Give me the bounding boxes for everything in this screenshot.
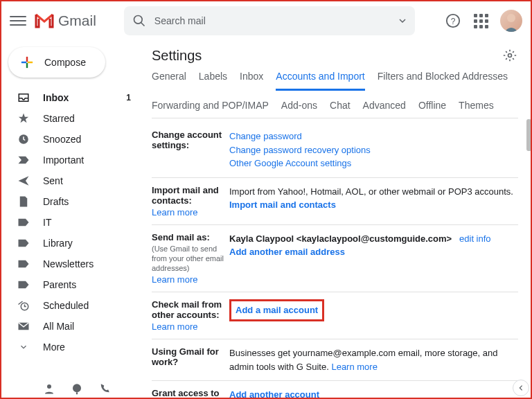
label-icon — [17, 257, 30, 271]
sidebar-item-snoozed[interactable]: Snoozed — [1, 129, 143, 150]
tab-addons[interactable]: Add-ons — [281, 100, 317, 118]
link-learn-more[interactable]: Learn more — [152, 207, 229, 218]
chevron-down-icon — [17, 340, 30, 354]
gear-icon[interactable] — [502, 47, 518, 64]
person-icon[interactable] — [43, 382, 55, 395]
clock-icon — [17, 132, 30, 146]
hangouts-icon[interactable] — [71, 382, 83, 395]
link-learn-more[interactable]: Learn more — [331, 362, 377, 372]
main-content: Settings General Labels Inbox Accounts a… — [143, 40, 531, 398]
tab-inbox[interactable]: Inbox — [240, 71, 263, 90]
sidebar-item-allmail[interactable]: All Mail — [1, 316, 143, 337]
scheduled-icon — [17, 299, 30, 312]
star-icon — [17, 112, 30, 125]
section-check-mail: Check mail from other accounts: Learn mo… — [152, 292, 518, 339]
link-edit-info[interactable]: edit info — [459, 233, 491, 244]
tab-filters[interactable]: Filters and Blocked Addresses — [378, 71, 508, 90]
tab-labels[interactable]: Labels — [199, 71, 227, 90]
sent-icon — [17, 174, 30, 188]
svg-point-4 — [507, 14, 515, 22]
highlight-add-mail-account: Add a mail account — [229, 299, 324, 321]
link-change-recovery[interactable]: Change password recovery options — [229, 143, 518, 157]
sidebar-item-sent[interactable]: Sent — [1, 170, 143, 191]
settings-tabs: General Labels Inbox Accounts and Import… — [152, 71, 518, 118]
link-learn-more[interactable]: Learn more — [152, 321, 229, 332]
chevron-down-icon[interactable] — [398, 17, 407, 25]
sidebar-item-more[interactable]: More — [1, 337, 143, 357]
svg-point-13 — [47, 384, 51, 389]
label-icon — [17, 236, 30, 250]
sidebar-item-it[interactable]: IT — [1, 212, 143, 233]
tab-forwarding[interactable]: Forwarding and POP/IMAP — [152, 100, 269, 118]
link-add-another-account[interactable]: Add another account — [229, 389, 319, 398]
svg-point-0 — [134, 16, 142, 24]
scrollbar-thumb[interactable] — [526, 119, 531, 151]
link-add-another-email[interactable]: Add another email address — [229, 245, 518, 259]
important-icon — [17, 153, 30, 167]
plus-icon — [18, 53, 36, 71]
svg-text:?: ? — [451, 17, 456, 26]
envelope-icon — [35, 13, 54, 28]
logo-text: Gmail — [58, 12, 96, 29]
section-gmail-work: Using Gmail for work? Businesses get you… — [152, 339, 518, 381]
compose-button[interactable]: Compose — [8, 47, 105, 78]
label-icon — [17, 215, 30, 229]
sidebar-item-newsletters[interactable]: Newsletters — [1, 254, 143, 274]
tab-accounts-import[interactable]: Accounts and Import — [276, 71, 364, 91]
page-title: Settings — [152, 48, 202, 64]
side-panel-toggle[interactable] — [513, 380, 529, 396]
sidebar: Compose Inbox 1 Starred Snoozed Importan… — [1, 40, 143, 398]
sidebar-item-library[interactable]: Library — [1, 233, 143, 254]
link-import-mail-contacts[interactable]: Import mail and contacts — [229, 198, 518, 212]
sidebar-item-important[interactable]: Important — [1, 150, 143, 170]
search-bar[interactable]: Search mail — [124, 6, 415, 35]
svg-point-12 — [508, 54, 512, 57]
sidebar-item-starred[interactable]: Starred — [1, 108, 143, 129]
apps-icon[interactable] — [472, 12, 489, 29]
gmail-logo[interactable]: Gmail — [35, 12, 96, 29]
tab-chat[interactable]: Chat — [330, 100, 351, 118]
sidebar-item-scheduled[interactable]: Scheduled — [1, 295, 143, 316]
tab-general[interactable]: General — [152, 71, 186, 90]
section-change-account: Change account settings: Change password… — [152, 123, 518, 178]
link-add-mail-account[interactable]: Add a mail account — [236, 305, 318, 315]
link-other-settings[interactable]: Other Google Account settings — [229, 157, 518, 170]
svg-point-14 — [73, 384, 81, 392]
inbox-icon — [17, 91, 30, 105]
tab-themes[interactable]: Themes — [459, 100, 494, 118]
link-learn-more[interactable]: Learn more — [152, 274, 229, 285]
sidebar-item-inbox[interactable]: Inbox 1 — [1, 87, 143, 108]
search-icon — [132, 14, 146, 28]
account-avatar[interactable] — [500, 10, 522, 32]
section-grant-access: Grant access to your account: Add anothe… — [152, 381, 518, 398]
compose-label: Compose — [44, 57, 86, 68]
link-change-password[interactable]: Change password — [229, 130, 518, 143]
tab-advanced[interactable]: Advanced — [363, 100, 406, 118]
tab-offline[interactable]: Offline — [418, 100, 446, 118]
search-placeholder: Search mail — [154, 15, 390, 26]
svg-line-1 — [141, 23, 144, 26]
sidebar-item-drafts[interactable]: Drafts — [1, 191, 143, 212]
section-import-mail: Import mail and contacts: Learn more Imp… — [152, 178, 518, 225]
sidebar-item-parents[interactable]: Parents — [1, 274, 143, 295]
help-icon[interactable]: ? — [445, 12, 461, 29]
menu-icon[interactable] — [10, 12, 26, 29]
mail-icon — [17, 319, 30, 333]
section-send-as: Send mail as: (Use Gmail to send from yo… — [152, 225, 518, 293]
phone-icon[interactable] — [98, 382, 111, 395]
drafts-icon — [17, 195, 30, 209]
label-icon — [17, 278, 30, 292]
